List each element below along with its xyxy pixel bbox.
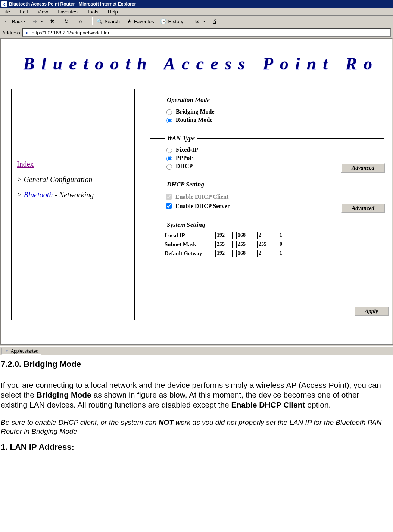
toolbar-separator [190, 17, 190, 25]
label-bridging-mode: Bridging Mode [176, 108, 215, 115]
sidebar: Index > General Configuration > Bluetoot… [12, 89, 135, 320]
input-local-ip-3[interactable] [278, 232, 295, 239]
search-icon: 🔍 [96, 18, 103, 25]
status-bar: e Applet started [0, 347, 393, 355]
legend-wan-type: WAN Type [165, 134, 197, 142]
stop-button[interactable]: ✖ [47, 17, 59, 25]
doc-para-post: option. [305, 400, 331, 409]
sidebar-bluetooth-line: > Bluetooth - Networking [17, 191, 127, 199]
sidebar-networking-suffix: - Networking [53, 191, 94, 199]
main-panel: Operation Mode Bridging Mode Routing Mod… [135, 89, 388, 320]
radio-routing-mode[interactable] [166, 118, 172, 123]
input-local-ip-1[interactable] [236, 232, 253, 239]
input-gateway-1[interactable] [236, 250, 253, 257]
system-grid: Local IP Subnet Mask Default Getway [165, 232, 384, 257]
mail-icon: ✉ [194, 18, 201, 25]
address-label: Address [2, 30, 20, 35]
menu-favorites[interactable]: Favorites [57, 9, 77, 15]
fieldset-dhcp-setting: DHCP Setting Enable DHCP Client Enable D… [150, 181, 384, 214]
refresh-button[interactable]: ↻ [62, 17, 73, 25]
doc-heading: 7.2.0. Bridging Mode [1, 359, 387, 369]
label-dhcp: DHCP [176, 163, 193, 170]
refresh-icon: ↻ [63, 18, 70, 25]
menu-view[interactable]: View [38, 9, 48, 15]
label-default-gateway: Default Getway [165, 250, 213, 257]
favorites-icon: ★ [126, 18, 132, 25]
radio-row-pppoe: PPPoE [165, 155, 384, 161]
input-subnet-1[interactable] [236, 241, 253, 248]
mail-button[interactable]: ✉ ▾ [193, 17, 207, 25]
menu-tools[interactable]: Tools [87, 9, 98, 15]
window-title: Bluetooth Access Point Router - Microsof… [9, 1, 136, 7]
input-subnet-3[interactable] [278, 241, 295, 248]
forward-icon: ➔ [32, 18, 38, 25]
window-titlebar: e Bluetooth Access Point Router - Micros… [0, 0, 393, 8]
radio-dhcp[interactable] [166, 164, 172, 170]
menu-help[interactable]: Help [108, 9, 118, 15]
menu-edit[interactable]: Edit [20, 9, 28, 15]
link-bluetooth[interactable]: Bluetooth [24, 191, 53, 199]
browser-viewport: Bluetooth Access Point Ro Index > Genera… [0, 38, 393, 344]
doc-note: Be sure to enable DHCP client, or the sy… [1, 418, 387, 436]
search-button[interactable]: 🔍 Search [95, 17, 121, 25]
fieldset-system-setting: System Setting Local IP Subnet Mask Defa… [150, 221, 384, 260]
chevron-down-icon: ▾ [24, 19, 26, 23]
input-gateway-3[interactable] [278, 250, 295, 257]
input-subnet-2[interactable] [257, 241, 274, 248]
menu-bar: File Edit View Favorites Tools Help [0, 8, 393, 16]
radio-pppoe[interactable] [166, 156, 172, 161]
input-gateway-2[interactable] [257, 250, 274, 257]
input-subnet-0[interactable] [215, 241, 233, 248]
radio-fixed-ip[interactable] [166, 148, 172, 153]
address-bar: Address e http://192.168.2.1/setupnetwor… [0, 27, 393, 38]
stop-icon: ✖ [49, 18, 56, 25]
page-body: Index > General Configuration > Bluetoot… [11, 89, 388, 320]
advanced-button-wan[interactable]: Advanced [341, 163, 385, 173]
doc-subheading: 1. LAN IP Address: [1, 442, 387, 452]
page-icon: e [4, 349, 9, 354]
radio-bridging-mode[interactable] [166, 109, 172, 115]
radio-row-bridging: Bridging Mode [165, 108, 384, 115]
toolbar: ⇦ Back ▾ ➔ ▾ ✖ ↻ ⌂ 🔍 Search ★ Favorites … [0, 16, 393, 27]
radio-row-fixed-ip: Fixed-IP [165, 146, 384, 153]
fieldset-operation-mode: Operation Mode Bridging Mode Routing Mod… [150, 96, 384, 128]
favorites-button[interactable]: ★ Favorites [124, 17, 155, 25]
ie-icon: e [1, 1, 7, 7]
doc-paragraph: If you are connecting to a local network… [1, 380, 387, 410]
back-button[interactable]: ⇦ Back ▾ [2, 17, 27, 25]
label-pppoe: PPPoE [176, 155, 194, 161]
fieldset-wan-type: WAN Type Fixed-IP PPPoE DHCP Advanced [150, 134, 384, 174]
input-local-ip-0[interactable] [215, 232, 233, 239]
doc-para-bold2: Enable DHCP Client [231, 400, 305, 409]
toolbar-separator [92, 17, 93, 25]
label-subnet-mask: Subnet Mask [165, 241, 213, 248]
label-enable-dhcp-server: Enable DHCP Server [175, 203, 230, 210]
forward-button[interactable]: ➔ ▾ [30, 17, 44, 25]
print-button[interactable]: 🖨 [210, 17, 221, 25]
chevron-down-icon: ▾ [203, 19, 205, 23]
checkbox-enable-dhcp-server[interactable] [166, 203, 172, 209]
status-text: Applet started [11, 349, 38, 354]
apply-button[interactable]: Apply [354, 307, 389, 316]
link-index[interactable]: Index [17, 160, 34, 168]
address-input[interactable]: e http://192.168.2.1/setupnetwork.htm [22, 28, 391, 37]
advanced-button-dhcp[interactable]: Advanced [341, 204, 385, 213]
history-icon: 🕒 [160, 18, 167, 25]
history-button[interactable]: 🕒 History [159, 17, 185, 25]
label-enable-dhcp-client: Enable DHCP Client [175, 194, 228, 200]
back-icon: ⇦ [4, 18, 10, 25]
print-icon: 🖨 [211, 18, 218, 25]
input-gateway-0[interactable] [215, 250, 233, 257]
doc-note-bold: NOT [159, 418, 174, 426]
page-icon: e [24, 30, 30, 35]
sidebar-general-line: > General Configuration [17, 175, 127, 184]
input-local-ip-2[interactable] [257, 232, 274, 239]
label-fixed-ip: Fixed-IP [176, 146, 198, 153]
doc-para-bold1: Bridging Mode [37, 390, 91, 399]
favorites-label: Favorites [134, 19, 154, 24]
label-local-ip: Local IP [165, 232, 213, 239]
home-button[interactable]: ⌂ [76, 17, 87, 25]
menu-file[interactable]: File [2, 9, 10, 15]
radio-row-routing: Routing Mode [165, 117, 384, 123]
history-label: History [168, 19, 183, 24]
